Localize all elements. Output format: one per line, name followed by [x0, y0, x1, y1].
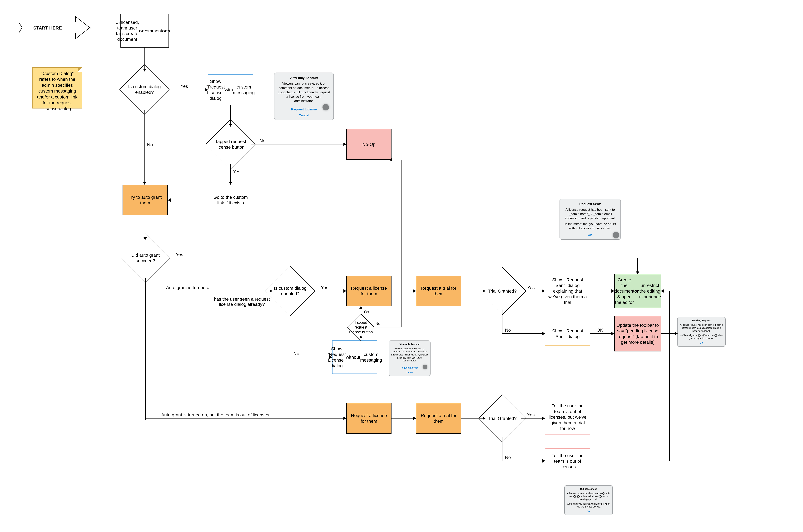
node-update-toolbar: Update the toolbar to say "pending licen…	[614, 316, 661, 352]
dialog-request-license-link[interactable]: Request License	[401, 366, 418, 369]
edge-label-auto-on-out: Auto grant is turned on, but the team is…	[161, 412, 269, 418]
dialog-request-sent: Request Sent! A license request has been…	[559, 198, 621, 240]
connector	[391, 291, 414, 291]
connector	[290, 357, 330, 357]
dialog-title: View-only Account	[391, 343, 428, 346]
dialog-body: We'll email you at {{me@email.com}} when…	[567, 502, 610, 509]
connector	[502, 461, 543, 461]
arrowhead-icon	[413, 417, 416, 420]
connector	[230, 164, 231, 183]
connector	[361, 308, 361, 316]
connector	[361, 338, 361, 341]
connector	[590, 417, 670, 417]
dialog-body: Viewers cannot create, edit, or comment …	[278, 81, 330, 103]
connector	[590, 291, 612, 291]
edge-label-yes: Yes	[527, 285, 535, 290]
dialog-body: A license request has been sent to {{adm…	[563, 208, 617, 221]
arrowhead-icon	[542, 289, 545, 292]
dialog-ok-link[interactable]: OK	[587, 510, 590, 513]
dialog-ok-link[interactable]: OK	[700, 342, 703, 344]
connector	[661, 334, 676, 334]
connector	[502, 309, 502, 334]
node-show-request-without: Show "Request License" dialog without cu…	[332, 341, 377, 374]
decision-text: Trial Granted?	[480, 288, 524, 294]
arrowhead-icon	[359, 335, 362, 338]
node-start: Unlicensed, team user taps create docume…	[120, 14, 169, 48]
connector	[461, 291, 483, 291]
node-request-license-a: Request a license for them	[346, 276, 391, 306]
connector	[145, 278, 146, 420]
dialog-body: A license request has been sent to {{adm…	[680, 323, 723, 332]
note-fold-icon	[78, 68, 82, 72]
dialog-ok-link[interactable]: OK	[563, 233, 617, 237]
dialog-body: In the meantime, you have 72 hours with …	[563, 222, 617, 230]
dialog-title: View-only Account	[278, 76, 330, 80]
arrowhead-icon	[611, 289, 614, 292]
decision-custom-dialog-2: Is custom dialog enabled?	[272, 273, 308, 309]
arrowhead-icon	[270, 289, 272, 292]
arrowhead-icon	[343, 417, 346, 420]
dialog-title: Pending Request	[680, 319, 723, 322]
arrowhead-icon	[483, 417, 485, 420]
edge-label-auto-off: Auto grant is turned off	[166, 285, 212, 290]
sticky-note-custom-dialog: "Custom Dialog" refers to when the admin…	[32, 68, 82, 109]
connector	[145, 110, 145, 183]
connector	[637, 258, 638, 272]
arrowhead-icon	[359, 306, 362, 309]
arrowhead-icon	[636, 271, 639, 274]
node-try-auto-grant: Try to auto grant them	[122, 185, 168, 215]
edge-label-yes: Yes	[180, 84, 188, 89]
edge-label-no: No	[260, 138, 265, 144]
decision-tapped-request-2: Tapped request license button	[351, 318, 370, 337]
connector	[590, 461, 670, 461]
edge-label-no: No	[505, 455, 511, 460]
connector	[310, 291, 344, 291]
decision-text: Is custom dialog enabled?	[267, 285, 313, 297]
node-request-sent-trial: Show "Request Sent" dialog explaining th…	[545, 274, 590, 308]
connector	[145, 48, 145, 69]
arrowhead-icon	[675, 332, 678, 335]
edge-label-yes: Yes	[233, 169, 240, 174]
decision-tapped-request-1: Tapped request license button	[213, 127, 248, 162]
node-noop: No-Op	[346, 129, 391, 159]
node-create-document: Create the document & open the editor or…	[614, 274, 661, 308]
connector	[669, 291, 670, 461]
dialog-cancel-link[interactable]: Cancel	[299, 113, 309, 117]
pointer-dot-icon	[323, 104, 329, 110]
arrowhead-icon	[413, 289, 416, 292]
arrowhead-icon	[329, 356, 332, 359]
dialog-out-of-licenses: Out of Licenses A license request has be…	[565, 485, 613, 515]
edge-label-no: No	[147, 142, 153, 147]
arrowhead-icon	[542, 332, 545, 335]
connector	[290, 311, 290, 357]
node-out-of-licenses-trial: Tell the user the team is out of license…	[545, 400, 590, 435]
pointer-dot-icon	[423, 365, 427, 369]
arrowhead-icon	[143, 69, 146, 72]
decision-text: Did auto grant succeed?	[122, 252, 169, 264]
decision-text: Trial Granted?	[480, 416, 524, 421]
node-request-trial-b: Request a trial for them	[416, 403, 461, 434]
connector	[170, 200, 208, 200]
arrowhead-icon	[389, 158, 392, 162]
edge-label-ok: OK	[597, 328, 603, 333]
edge-label-no: No	[376, 321, 380, 326]
node-request-license-b: Request a license for them	[346, 403, 391, 434]
decision-text: Tapped request license button	[348, 320, 374, 335]
decision-text: Is custom dialog enabled?	[121, 84, 168, 95]
edge-label-has-seen: has the user seen a request license dial…	[208, 297, 276, 307]
connector-dashed	[92, 88, 125, 89]
node-request-sent: Show "Request Sent" dialog	[545, 322, 590, 346]
dialog-request-license-link[interactable]: Request License	[291, 107, 317, 112]
pointer-dot-icon	[613, 232, 619, 239]
arrowhead-icon	[542, 417, 545, 420]
connector	[391, 159, 402, 160]
decision-trial-granted-a: Trial Granted?	[485, 274, 519, 308]
edge-label-no: No	[293, 351, 299, 356]
edge-label-no: No	[505, 328, 511, 333]
dialog-cancel-link[interactable]: Cancel	[406, 371, 413, 374]
decision-custom-dialog-1: Is custom dialog enabled?	[127, 72, 162, 107]
arrowhead-icon	[343, 143, 346, 146]
connector	[663, 291, 670, 291]
node-goto-custom-link: Go to the custom link if it exists	[208, 185, 253, 215]
dialog-title: Request Sent!	[563, 202, 617, 206]
